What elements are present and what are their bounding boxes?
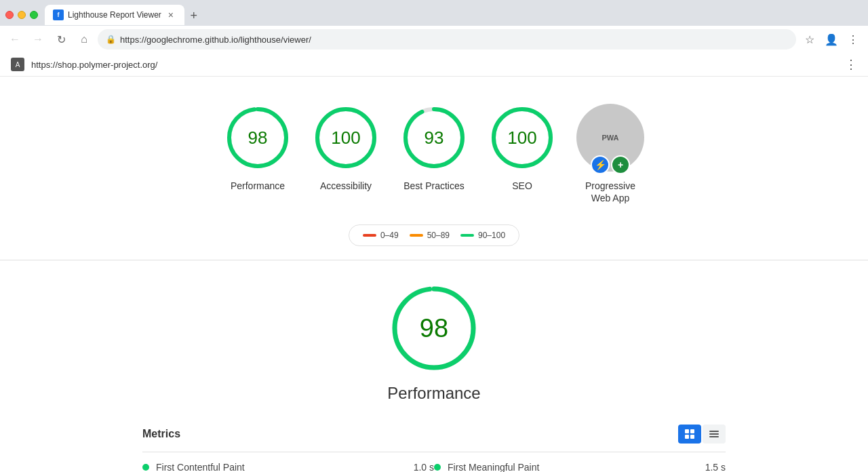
legend-dot-red bbox=[363, 234, 376, 237]
metric-name-fcp: First Contentful Paint bbox=[156, 462, 407, 472]
score-circle-accessibility: 100 bbox=[312, 104, 380, 172]
traffic-lights bbox=[5, 11, 38, 19]
main-performance-section: 98 Performance bbox=[0, 260, 868, 416]
legend-inner: 0–49 50–89 90–100 bbox=[349, 224, 519, 246]
svg-rect-15 bbox=[709, 433, 719, 435]
address-text: https://googlechrome.github.io/lighthous… bbox=[120, 35, 788, 45]
bookmark-button[interactable]: ☆ bbox=[800, 30, 819, 49]
pwa-badge-bolt: ⚡ bbox=[591, 155, 610, 174]
legend-label-average: 50–89 bbox=[427, 231, 450, 240]
svg-rect-10 bbox=[685, 429, 689, 433]
score-label-seo: SEO bbox=[512, 180, 532, 192]
svg-rect-13 bbox=[690, 435, 694, 439]
minimize-traffic-light[interactable] bbox=[18, 11, 26, 19]
pwa-circle: PWA ⚡ + bbox=[576, 104, 644, 172]
home-button[interactable]: ⌂ bbox=[75, 30, 94, 49]
address-bar[interactable]: 🔒 https://googlechrome.github.io/lightho… bbox=[98, 29, 796, 50]
main-score-number: 98 bbox=[420, 314, 448, 343]
score-label-best-practices: Best Practices bbox=[403, 180, 464, 192]
metric-value-fcp: 1.0 s bbox=[414, 462, 434, 472]
metric-dot-fcp bbox=[142, 464, 149, 471]
score-number-accessibility: 100 bbox=[331, 127, 360, 149]
svg-rect-12 bbox=[685, 435, 689, 439]
score-label-accessibility: Accessibility bbox=[320, 180, 372, 192]
main-score-circle: 98 bbox=[387, 281, 481, 376]
score-label-pwa: ProgressiveWeb App bbox=[585, 180, 635, 204]
site-favicon: A bbox=[11, 58, 24, 71]
view-toggle bbox=[678, 425, 726, 444]
legend-item-average: 50–89 bbox=[410, 231, 450, 240]
tab-bar: f Lighthouse Report Viewer × + bbox=[45, 5, 863, 25]
metric-row-fmp: First Meaningful Paint 1.5 s bbox=[434, 452, 726, 472]
site-url: https://shop.polymer-project.org/ bbox=[31, 60, 157, 70]
site-menu-button[interactable]: ⋮ bbox=[845, 57, 857, 72]
legend-dot-green bbox=[460, 234, 474, 237]
score-circle-seo: 100 bbox=[488, 104, 556, 172]
score-circle-performance: 98 bbox=[224, 104, 292, 172]
score-cards-section: 98 Performance 100 Accessibility bbox=[0, 77, 868, 218]
score-card-seo: 100 SEO bbox=[488, 104, 556, 192]
score-label-performance: Performance bbox=[231, 180, 285, 192]
score-number-best-practices: 93 bbox=[425, 127, 444, 149]
metrics-title: Metrics bbox=[142, 428, 180, 440]
svg-rect-14 bbox=[709, 431, 719, 432]
score-number-performance: 98 bbox=[248, 127, 268, 149]
metrics-section: Metrics bbox=[129, 416, 739, 472]
toolbar-icons: ☆ 👤 ⋮ bbox=[800, 30, 863, 49]
close-traffic-light[interactable] bbox=[5, 11, 14, 19]
legend-item-fail: 0–49 bbox=[363, 231, 399, 240]
site-info-bar: A https://shop.polymer-project.org/ ⋮ bbox=[0, 53, 868, 77]
list-view-button[interactable] bbox=[703, 425, 726, 444]
score-card-accessibility: 100 Accessibility bbox=[312, 104, 380, 192]
score-number-seo: 100 bbox=[507, 127, 536, 149]
title-bar: f Lighthouse Report Viewer × + bbox=[0, 0, 868, 26]
back-button[interactable]: ← bbox=[5, 30, 24, 49]
menu-button[interactable]: ⋮ bbox=[844, 30, 863, 49]
legend: 0–49 50–89 90–100 bbox=[0, 224, 868, 246]
metrics-grid: First Contentful Paint 1.0 s First Meani… bbox=[142, 452, 726, 472]
new-tab-button[interactable]: + bbox=[184, 6, 203, 25]
grid-view-button[interactable] bbox=[678, 425, 701, 444]
legend-label-pass: 90–100 bbox=[478, 231, 505, 240]
legend-item-pass: 90–100 bbox=[460, 231, 505, 240]
metrics-header: Metrics bbox=[142, 416, 726, 452]
tab-close-button[interactable]: × bbox=[165, 9, 176, 20]
browser-window: f Lighthouse Report Viewer × + ← → ↻ ⌂ 🔒… bbox=[0, 0, 868, 472]
pwa-badges: ⚡ + bbox=[591, 155, 630, 174]
metric-dot-fmp bbox=[434, 464, 441, 471]
account-button[interactable]: 👤 bbox=[822, 30, 841, 49]
svg-rect-16 bbox=[709, 436, 719, 437]
score-card-best-practices: 93 Best Practices bbox=[400, 104, 468, 192]
legend-label-fail: 0–49 bbox=[380, 231, 399, 240]
page-content: 98 Performance 100 Accessibility bbox=[0, 77, 868, 472]
score-card-performance: 98 Performance bbox=[224, 104, 292, 192]
main-score-label: Performance bbox=[387, 384, 480, 403]
forward-button[interactable]: → bbox=[28, 30, 47, 49]
metric-row-fcp: First Contentful Paint 1.0 s bbox=[142, 452, 434, 472]
legend-dot-orange bbox=[410, 234, 423, 237]
score-circle-best-practices: 93 bbox=[400, 104, 468, 172]
tab-favicon: f bbox=[53, 9, 64, 20]
score-card-pwa: PWA ⚡ + ProgressiveWeb App bbox=[576, 104, 644, 204]
maximize-traffic-light[interactable] bbox=[30, 11, 38, 19]
pwa-badge-plus: + bbox=[611, 155, 630, 174]
svg-rect-11 bbox=[690, 429, 694, 433]
address-bar-row: ← → ↻ ⌂ 🔒 https://googlechrome.github.io… bbox=[0, 26, 868, 53]
tab-title: Lighthouse Report Viewer bbox=[68, 10, 161, 20]
metric-name-fmp: First Meaningful Paint bbox=[448, 462, 698, 472]
refresh-button[interactable]: ↻ bbox=[52, 30, 71, 49]
active-tab[interactable]: f Lighthouse Report Viewer × bbox=[45, 5, 184, 25]
metric-value-fmp: 1.5 s bbox=[705, 462, 726, 472]
pwa-label: PWA bbox=[601, 134, 618, 142]
lock-icon: 🔒 bbox=[106, 35, 116, 44]
